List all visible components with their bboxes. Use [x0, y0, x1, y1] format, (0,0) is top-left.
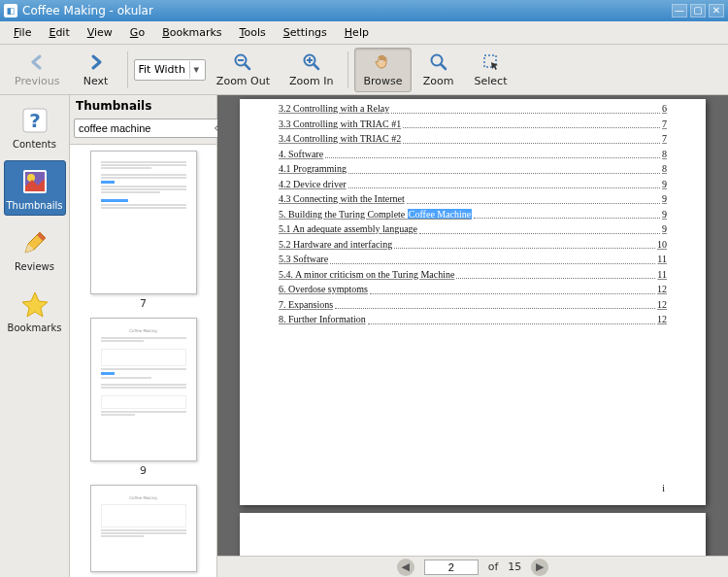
toc-entry[interactable]: 5.1 An adequate assembly language9: [279, 221, 667, 237]
maximize-button[interactable]: ▢: [690, 4, 706, 17]
thumbnail-page: Coffee Making: [90, 318, 197, 461]
document-page: 3.2 Controlling with a Relay63.3 Control…: [240, 99, 706, 505]
thumbnail-page-number: 7: [140, 297, 147, 310]
toolbar: Previous Next Fit Width ▾ Zoom Out Zoom …: [0, 45, 728, 95]
sidebar-contents[interactable]: ? Contents: [4, 99, 66, 154]
chevron-down-icon: ▾: [189, 61, 203, 79]
toc-entry[interactable]: 4. Software8: [279, 147, 667, 162]
arrow-right-icon: [85, 51, 107, 73]
zoom-level-value: Fit Width: [139, 63, 185, 76]
toc-entry[interactable]: 5.3 Software11: [279, 252, 667, 267]
toc-entry[interactable]: 6. Overdose symptoms12: [279, 282, 667, 297]
page-next-button[interactable]: ▶: [531, 559, 548, 576]
svg-point-14: [27, 174, 35, 182]
zoom-out-icon: [232, 51, 253, 73]
document-scroll-area[interactable]: 3.2 Controlling with a Relay63.3 Control…: [217, 95, 728, 556]
thumbnail-search-field[interactable]: [79, 122, 213, 134]
page-total: 15: [508, 560, 521, 573]
thumbnail-page: Coffee Making: [90, 485, 197, 572]
window-title: Coffee Making - okular: [22, 4, 672, 17]
menu-file[interactable]: File: [6, 23, 39, 42]
sidebar-reviews[interactable]: Reviews: [4, 221, 66, 277]
toc-entry[interactable]: 3.2 Controlling with a Relay6: [279, 101, 667, 117]
zoom-in-button[interactable]: Zoom In: [281, 48, 342, 92]
menu-go[interactable]: Go: [122, 23, 152, 42]
browse-tool-button[interactable]: Browse: [354, 48, 411, 92]
page-prev-button[interactable]: ◀: [397, 559, 414, 576]
menubar: File Edit View Go Bookmarks Tools Settin…: [0, 21, 728, 45]
toolbar-separator: [127, 51, 128, 88]
toc-entry[interactable]: 4.3 Connecting with the Internet9: [279, 191, 667, 207]
menu-help[interactable]: Help: [337, 23, 377, 42]
toc-entry[interactable]: 8. Further Information12: [279, 312, 667, 327]
star-icon: [18, 288, 51, 321]
thumbnails-title: Thumbnails: [70, 95, 216, 119]
zoom-tool-button[interactable]: Zoom: [414, 48, 464, 92]
toc-entry[interactable]: 5.4. A minor criticism on the Turing Mac…: [279, 267, 667, 283]
pencil-icon: [18, 226, 51, 259]
menu-tools[interactable]: Tools: [232, 23, 274, 42]
toc-entry[interactable]: 7. Expansions12: [279, 297, 667, 313]
menu-settings[interactable]: Settings: [276, 23, 335, 42]
select-tool-button[interactable]: Select: [466, 48, 516, 92]
svg-line-4: [314, 64, 318, 69]
page-navigation-bar: ◀ of 15 ▶: [217, 556, 728, 577]
menu-edit[interactable]: Edit: [41, 23, 77, 42]
minimize-button[interactable]: —: [672, 4, 687, 17]
toc-entry[interactable]: 5. Building the Turing Complete Coffee M…: [279, 207, 667, 222]
toc-entry[interactable]: 5.2 Hardware and interfacing10: [279, 237, 667, 253]
toc-entry[interactable]: 4.2 Device driver9: [279, 177, 667, 192]
thumbnail-list[interactable]: 7 Coffee Making 9 Coffee Making: [70, 144, 216, 577]
help-icon: ?: [18, 104, 51, 137]
zoom-out-button[interactable]: Zoom Out: [208, 48, 279, 92]
arrow-left-icon: [26, 51, 48, 73]
toolbar-separator: [347, 51, 348, 88]
sidebar-thumbnails[interactable]: Thumbnails: [4, 160, 66, 216]
sidebar-bookmarks[interactable]: Bookmarks: [4, 283, 66, 338]
app-icon: ◧: [4, 4, 17, 17]
toc-entry[interactable]: 3.4 Controlling with TRIAC #27: [279, 131, 667, 147]
thumbnail-search-input[interactable]: ⌫: [74, 119, 237, 138]
page-footer: i: [279, 483, 667, 493]
zoom-in-icon: [301, 51, 322, 73]
page-number-input[interactable]: [424, 560, 479, 575]
toc-entry[interactable]: 4.1 Programming8: [279, 161, 667, 177]
svg-line-8: [441, 64, 446, 69]
thumbnail-page: [90, 151, 197, 294]
svg-text:?: ?: [29, 109, 41, 132]
thumbnails-panel: Thumbnails ⌫ 7: [70, 95, 217, 577]
document-page: Coffee Making Fotis Georgatos < gef@ceid…: [240, 513, 706, 557]
hand-icon: [372, 51, 393, 73]
thumbnail-item[interactable]: Coffee Making: [70, 485, 216, 572]
menu-bookmarks[interactable]: Bookmarks: [154, 23, 229, 42]
magnifier-icon: [428, 51, 449, 73]
page-of-label: of: [488, 560, 499, 573]
previous-button[interactable]: Previous: [6, 48, 69, 92]
zoom-level-combo[interactable]: Fit Width ▾: [134, 59, 206, 81]
thumbnails-icon: [18, 165, 51, 198]
svg-line-1: [245, 64, 249, 69]
close-button[interactable]: ✕: [709, 4, 724, 17]
next-button[interactable]: Next: [71, 48, 121, 92]
thumbnail-item[interactable]: 7: [70, 151, 216, 310]
document-view: 3.2 Controlling with a Relay63.3 Control…: [217, 95, 728, 577]
thumbnail-item[interactable]: Coffee Making 9: [70, 318, 216, 477]
side-tabs: ? Contents Thumbnails Reviews Bookmarks: [0, 95, 70, 577]
toc-entry[interactable]: 3.3 Controlling with TRIAC #17: [279, 117, 667, 132]
select-icon: [480, 51, 502, 73]
window-titlebar: ◧ Coffee Making - okular — ▢ ✕: [0, 0, 728, 21]
menu-view[interactable]: View: [80, 23, 120, 42]
thumbnail-page-number: 9: [140, 464, 147, 477]
